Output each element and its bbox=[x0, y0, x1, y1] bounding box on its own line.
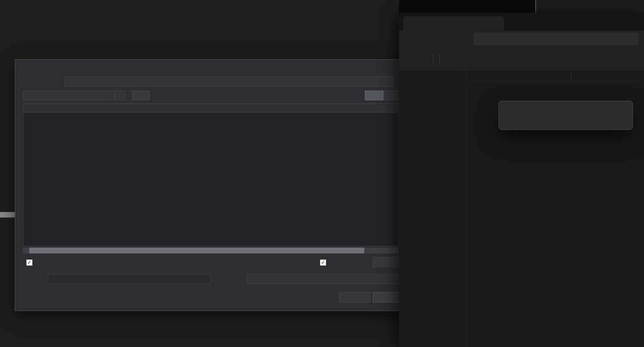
view-button[interactable] bbox=[467, 51, 492, 66]
download-icon bbox=[407, 21, 413, 26]
code-type-combobox[interactable] bbox=[247, 274, 399, 284]
new-icon bbox=[408, 55, 415, 62]
scrollbar-thumb[interactable] bbox=[29, 248, 364, 253]
chevron-down-icon bbox=[458, 56, 463, 61]
divider bbox=[439, 54, 440, 64]
close-tab-icon[interactable] bbox=[494, 21, 500, 26]
background-window-strip bbox=[399, 0, 644, 13]
scroll-left-icon[interactable] bbox=[23, 248, 29, 253]
refresh-button[interactable] bbox=[455, 33, 468, 45]
background-explorer-tree bbox=[535, 0, 644, 13]
tab-downloads[interactable] bbox=[403, 16, 504, 30]
forward-button[interactable] bbox=[421, 33, 434, 45]
navigation-pane bbox=[399, 70, 466, 347]
track-window-button[interactable] bbox=[132, 91, 150, 100]
table-horizontal-scrollbar[interactable] bbox=[23, 248, 399, 253]
table-header bbox=[23, 104, 398, 113]
checkbox-checked-icon[interactable] bbox=[320, 259, 326, 266]
sort-icon bbox=[447, 56, 452, 61]
monitor-icon bbox=[478, 36, 483, 42]
context-menu bbox=[498, 101, 633, 130]
column-headers bbox=[468, 70, 642, 81]
command-toolbar bbox=[399, 47, 644, 70]
view-icon bbox=[471, 56, 477, 61]
sort-button[interactable] bbox=[443, 51, 467, 66]
process-table bbox=[23, 103, 399, 246]
checkbox-checked-icon[interactable] bbox=[26, 259, 33, 266]
chevron-down-icon bbox=[385, 80, 389, 84]
chevron-down-icon bbox=[483, 56, 487, 61]
attach-button[interactable] bbox=[339, 292, 371, 303]
navigation-bar bbox=[399, 30, 644, 47]
up-button[interactable] bbox=[438, 33, 451, 45]
automatic-refresh-checkbox[interactable] bbox=[320, 259, 330, 266]
file-explorer-window bbox=[399, 13, 644, 347]
chevron-right-icon bbox=[487, 37, 491, 41]
back-button[interactable] bbox=[404, 33, 417, 45]
attach-to-process-dialog bbox=[15, 59, 407, 311]
attach-to-field[interactable] bbox=[48, 274, 211, 284]
chevron-down-icon bbox=[391, 277, 396, 281]
forward-icon bbox=[424, 36, 431, 42]
divider bbox=[114, 93, 115, 99]
show-all-users-checkbox[interactable] bbox=[26, 259, 36, 266]
up-icon bbox=[441, 36, 448, 42]
address-bar[interactable] bbox=[473, 33, 639, 45]
divider bbox=[433, 54, 433, 64]
new-button[interactable] bbox=[404, 51, 430, 66]
refresh-icon bbox=[458, 36, 465, 42]
tab-bar bbox=[399, 13, 644, 30]
process-filter-input[interactable] bbox=[23, 91, 125, 100]
plus-icon bbox=[511, 21, 516, 26]
connection-type-combobox[interactable] bbox=[64, 77, 393, 87]
column-date-modified[interactable] bbox=[571, 72, 575, 80]
clear-filter-icon[interactable] bbox=[106, 93, 111, 98]
chevron-down-icon bbox=[421, 56, 426, 61]
back-icon bbox=[407, 36, 414, 42]
track-window-icon bbox=[137, 93, 142, 98]
chevron-down-icon[interactable] bbox=[118, 94, 122, 98]
list-view-button[interactable] bbox=[365, 91, 383, 100]
context-menu-quick-actions bbox=[502, 104, 629, 127]
new-tab-button[interactable] bbox=[507, 17, 519, 29]
